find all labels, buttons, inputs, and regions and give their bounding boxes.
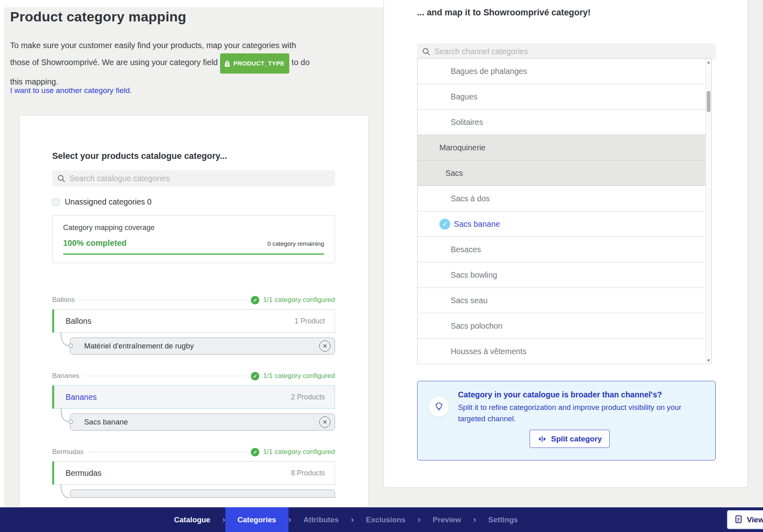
tip-title: Category in your catalogue is broader th…	[458, 390, 689, 399]
channel-category-label: Solitaires	[451, 118, 483, 127]
view-button[interactable]: View	[727, 510, 763, 529]
channel-category-item[interactable]: Sacs à dos	[418, 186, 711, 211]
catalogue-panel-heading: Select your products catalogue category.…	[52, 151, 335, 161]
split-icon	[537, 434, 547, 444]
category-product-count: 1 Product	[295, 317, 325, 325]
catalogue-search[interactable]	[52, 170, 335, 186]
nav-step-exclusions[interactable]: Exclusions	[354, 507, 418, 532]
split-button-label: Split category	[551, 435, 602, 443]
product-type-badge: SPRODUCT_TYPE	[220, 53, 290, 74]
mapped-channel-category: Sacs banane ✕	[70, 414, 335, 431]
channel-category-label: Bagues	[451, 92, 477, 101]
catalogue-search-input[interactable]	[70, 174, 330, 183]
channel-category-label: Sacs polochon	[451, 321, 502, 331]
mapped-category-label: Matériel d'entraînement de rugby	[84, 342, 194, 350]
unassigned-categories-checkbox[interactable]	[52, 198, 59, 206]
section-ballons: Ballons ✓ 1/1 category configured Ballon…	[52, 296, 335, 355]
page-edge-top	[0, 0, 384, 7]
channel-category-label: Sacs	[445, 169, 463, 178]
coverage-progress-bar	[63, 253, 324, 255]
lightbulb-icon	[429, 397, 449, 417]
dotted-leader	[84, 376, 246, 376]
channel-category-item[interactable]: Sacs seau	[418, 288, 711, 313]
section-status: 1/1 category configured	[263, 372, 335, 380]
channel-category-item[interactable]: Bagues de phalanges	[418, 59, 711, 84]
configured-check-icon: ✓	[251, 372, 259, 380]
connector-line	[59, 332, 75, 349]
coverage-title: Category mapping coverage	[63, 224, 324, 232]
chevron-right-icon: ›	[223, 515, 225, 524]
scroll-up-arrow[interactable]: ▲	[706, 60, 711, 64]
mapped-channel-category	[70, 490, 335, 498]
tip-body: Split it to refine categorization and im…	[458, 402, 689, 424]
category-product-count: 8 Products	[291, 469, 325, 477]
nav-step-attributes[interactable]: Attributes	[291, 507, 351, 532]
channel-category-item[interactable]: Solitaires	[418, 110, 711, 135]
mapped-channel-category: Matériel d'entraînement de rugby ✕	[70, 338, 335, 355]
document-icon	[734, 515, 743, 524]
split-category-button[interactable]: Split category	[530, 430, 610, 448]
channel-category-list: Bagues de phalanges Bagues Solitaires Ma…	[417, 58, 712, 364]
channel-category-label: Maroquinerie	[439, 143, 485, 152]
channel-category-panel: ... and map it to Showroomprivé category…	[384, 0, 748, 488]
search-icon	[422, 47, 430, 56]
category-name: Bananes	[66, 393, 97, 402]
section-status: 1/1 category configured	[263, 448, 335, 456]
channel-category-item[interactable]: Sacs polochon	[418, 313, 711, 339]
scrollbar[interactable]: ▲ ▼	[706, 59, 711, 364]
scroll-down-arrow[interactable]: ▼	[706, 358, 711, 363]
catalogue-category-panel: Select your products catalogue category.…	[19, 115, 369, 507]
catalogue-category-row-bermudas[interactable]: Bermudas 8 Products	[52, 461, 335, 485]
nav-step-catalogue[interactable]: Catalogue	[162, 507, 222, 532]
channel-category-item-selected[interactable]: ✓Sacs banane	[418, 211, 711, 237]
configured-check-icon: ✓	[251, 448, 259, 456]
use-another-category-field-link[interactable]: I want to use another category field.	[10, 86, 132, 95]
channel-category-label: Housses à vêtements	[451, 347, 527, 356]
category-product-count: 2 Products	[291, 393, 325, 401]
mapped-category-label: Sacs banane	[84, 418, 128, 426]
channel-category-item[interactable]: Housses à vêtements	[418, 339, 711, 364]
channel-category-label: Bagues de phalanges	[451, 67, 527, 76]
remove-mapping-button[interactable]: ✕	[319, 340, 331, 352]
remove-mapping-button[interactable]: ✕	[319, 416, 331, 428]
coverage-card: Category mapping coverage 100% completed…	[52, 215, 335, 263]
scrollbar-thumb[interactable]	[707, 91, 710, 112]
configured-check-icon: ✓	[251, 296, 259, 304]
nav-step-preview[interactable]: Preview	[421, 507, 473, 532]
channel-category-item[interactable]: Bagues	[418, 84, 711, 110]
channel-category-item-parent[interactable]: Sacs	[418, 160, 711, 186]
channel-search[interactable]	[417, 43, 716, 59]
category-name: Ballons	[66, 317, 91, 326]
search-icon	[57, 174, 66, 183]
channel-category-label: Sacs à dos	[451, 194, 490, 203]
channel-search-input[interactable]	[434, 47, 711, 56]
badge-label: PRODUCT_TYPE	[233, 55, 285, 72]
section-label: Ballons	[52, 296, 75, 304]
dotted-leader	[88, 452, 246, 452]
channel-category-label: Besaces	[451, 245, 481, 254]
section-bananes: Bananes ✓ 1/1 category configured Banane…	[52, 372, 335, 431]
nav-step-settings[interactable]: Settings	[476, 507, 530, 532]
dotted-leader	[79, 300, 247, 300]
shopify-bag-icon: S	[224, 60, 231, 68]
page-title: Product category mapping	[10, 9, 187, 25]
catalogue-category-row-ballons[interactable]: Ballons 1 Product	[52, 309, 335, 333]
nav-step-categories[interactable]: Categories	[225, 507, 288, 532]
category-name: Bermudas	[66, 469, 102, 478]
split-category-tip: Category in your catalogue is broader th…	[417, 381, 716, 460]
channel-category-item-parent[interactable]: Maroquinerie	[418, 135, 711, 160]
selected-check-icon: ✓	[439, 219, 450, 230]
section-label: Bermudas	[52, 448, 83, 456]
chevron-right-icon: ›	[473, 515, 476, 524]
connector-line	[59, 408, 75, 425]
page-edge-left	[0, 0, 4, 507]
bottom-step-navbar: Catalogue › Categories › Attributes › Ex…	[0, 507, 763, 532]
chevron-right-icon: ›	[418, 515, 420, 524]
section-status: 1/1 category configured	[263, 296, 335, 304]
unassigned-categories-label: Unassigned categories 0	[65, 197, 152, 207]
catalogue-category-row-bananes-selected[interactable]: Bananes 2 Products	[52, 385, 335, 409]
chevron-right-icon: ›	[351, 515, 354, 524]
channel-category-item[interactable]: Sacs bowling	[418, 262, 711, 288]
coverage-remaining: 0 category remaining	[267, 240, 324, 247]
channel-category-item[interactable]: Besaces	[418, 237, 711, 262]
